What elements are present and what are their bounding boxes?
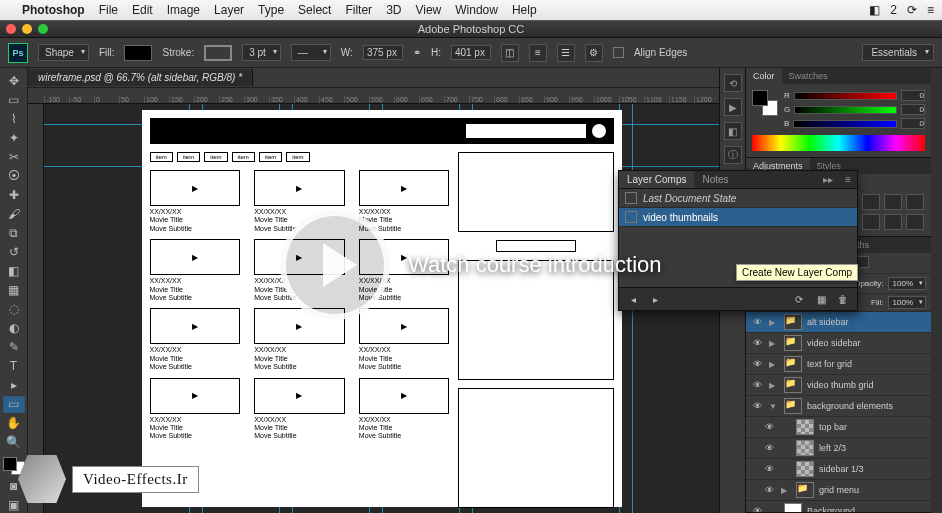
layer-name[interactable]: left 2/3 — [819, 443, 927, 453]
visibility-icon[interactable]: 👁 — [750, 401, 764, 411]
properties-panel-icon[interactable]: ◧ — [724, 122, 742, 140]
dodge-tool-icon[interactable]: ◐ — [3, 319, 25, 336]
visibility-icon[interactable]: 👁 — [762, 464, 776, 474]
new-comp-icon[interactable]: ▦ — [813, 291, 829, 307]
layer-row[interactable]: 👁▶📁text for grid — [746, 354, 931, 375]
sync-icon[interactable]: ⟳ — [907, 3, 917, 17]
zoom-tool-icon[interactable]: 🔍 — [3, 434, 25, 451]
spectrum-ramp[interactable] — [752, 135, 925, 151]
prev-comp-icon[interactable]: ◂ — [625, 291, 641, 307]
layer-row[interactable]: 👁▶📁grid menu — [746, 480, 931, 501]
vertical-ruler[interactable] — [28, 104, 44, 513]
layer-row[interactable]: 👁▶📁video thumb grid — [746, 375, 931, 396]
disclosure-icon[interactable]: ▼ — [769, 402, 779, 411]
last-doc-state-row[interactable]: Last Document State — [619, 189, 857, 208]
menu-edit[interactable]: Edit — [132, 3, 153, 17]
disclosure-icon[interactable]: ▶ — [769, 381, 779, 390]
history-brush-icon[interactable]: ↺ — [3, 243, 25, 260]
brush-tool-icon[interactable]: 🖌 — [3, 205, 25, 222]
layer-name[interactable]: video sidebar — [807, 338, 927, 348]
menu-window[interactable]: Window — [455, 3, 498, 17]
layer-name[interactable]: top bar — [819, 422, 927, 432]
notification-badge[interactable]: 2 — [890, 3, 897, 17]
layer-name[interactable]: Background — [807, 506, 927, 512]
horizontal-ruler[interactable]: -100-50050100150200250300350400450500550… — [28, 88, 719, 104]
r-slider[interactable] — [794, 92, 897, 100]
delete-comp-icon[interactable]: 🗑 — [835, 291, 851, 307]
hue-adj-icon[interactable] — [862, 194, 880, 210]
panel-menu-icon[interactable]: ≡ — [839, 171, 857, 188]
visibility-icon[interactable]: 👁 — [762, 443, 776, 453]
hand-tool-icon[interactable]: ✋ — [3, 415, 25, 432]
traffic-lights[interactable] — [6, 24, 48, 34]
visibility-icon[interactable]: 👁 — [750, 380, 764, 390]
panel-collapse-icon[interactable]: ▸▸ — [817, 171, 839, 188]
disclosure-icon[interactable]: ▶ — [769, 318, 779, 327]
visibility-icon[interactable]: 👁 — [750, 338, 764, 348]
align-icon[interactable]: ≡ — [529, 44, 547, 62]
visibility-icon[interactable]: 👁 — [750, 506, 764, 512]
doc-tab[interactable]: wireframe.psd @ 66.7% (alt sidebar, RGB/… — [28, 69, 253, 86]
layer-row[interactable]: 👁top bar — [746, 417, 931, 438]
tab-layer-comps[interactable]: Layer Comps — [619, 171, 694, 188]
menu-layer[interactable]: Layer — [214, 3, 244, 17]
layer-comps-panel[interactable]: Layer CompsNotes▸▸≡ Last Document State … — [618, 170, 858, 311]
path-select-icon[interactable]: ▸ — [3, 377, 25, 394]
menu-type[interactable]: Type — [258, 3, 284, 17]
layer-row[interactable]: 👁▶📁alt sidebar — [746, 312, 931, 333]
align-edges-checkbox[interactable] — [613, 47, 624, 58]
g-slider[interactable] — [794, 106, 897, 114]
tab-color[interactable]: Color — [746, 68, 782, 84]
photo-filter-adj-icon[interactable] — [906, 194, 924, 210]
menu-help[interactable]: Help — [512, 3, 537, 17]
path-ops-icon[interactable]: ◫ — [501, 44, 519, 62]
adj-icon[interactable] — [906, 214, 924, 230]
heal-tool-icon[interactable]: ✚ — [3, 186, 25, 203]
marquee-tool-icon[interactable]: ▭ — [3, 91, 25, 108]
visibility-icon[interactable]: 👁 — [762, 422, 776, 432]
actions-panel-icon[interactable]: ▶ — [724, 98, 742, 116]
stroke-swatch[interactable] — [204, 45, 232, 61]
gradient-tool-icon[interactable]: ▦ — [3, 281, 25, 298]
history-panel-icon[interactable]: ⟲ — [724, 74, 742, 92]
next-comp-icon[interactable]: ▸ — [647, 291, 663, 307]
tab-notes[interactable]: Notes — [694, 171, 736, 188]
crop-tool-icon[interactable]: ✂ — [3, 148, 25, 165]
cc-status-icon[interactable]: ◧ — [869, 3, 880, 17]
disclosure-icon[interactable]: ▶ — [769, 360, 779, 369]
tab-swatches[interactable]: Swatches — [782, 68, 835, 84]
layer-row[interactable]: 👁sidebar 1/3 — [746, 459, 931, 480]
list-icon[interactable]: ≡ — [927, 3, 934, 17]
layer-name[interactable]: alt sidebar — [807, 317, 927, 327]
visibility-icon[interactable]: 👁 — [750, 359, 764, 369]
lasso-tool-icon[interactable]: ⌇ — [3, 110, 25, 127]
menu-select[interactable]: Select — [298, 3, 331, 17]
menu-file[interactable]: File — [99, 3, 118, 17]
gear-icon[interactable]: ⚙ — [585, 44, 603, 62]
opacity-field[interactable]: 100% — [888, 277, 926, 290]
eraser-tool-icon[interactable]: ◧ — [3, 262, 25, 279]
visibility-icon[interactable]: 👁 — [750, 317, 764, 327]
menu-view[interactable]: View — [415, 3, 441, 17]
disclosure-icon[interactable]: ▶ — [769, 339, 779, 348]
height-input[interactable] — [451, 45, 491, 60]
g-value[interactable] — [901, 104, 925, 115]
move-tool-icon[interactable]: ✥ — [3, 72, 25, 89]
menu-image[interactable]: Image — [167, 3, 200, 17]
layer-name[interactable]: video thumb grid — [807, 380, 927, 390]
disclosure-icon[interactable]: ▶ — [781, 486, 791, 495]
layer-name[interactable]: background elements — [807, 401, 927, 411]
color-fgbg[interactable] — [752, 90, 778, 116]
layer-row[interactable]: 👁▶📁video sidebar — [746, 333, 931, 354]
layer-row[interactable]: 👁Background — [746, 501, 931, 512]
ps-home-icon[interactable]: Ps — [8, 43, 28, 63]
layer-row[interactable]: 👁▼📁background elements — [746, 396, 931, 417]
visibility-icon[interactable]: 👁 — [762, 485, 776, 495]
type-tool-icon[interactable]: T — [3, 357, 25, 374]
wireframe-artboard[interactable]: itemitemitemitemitemitem XX/XX/XXMovie T… — [142, 110, 622, 507]
menu-filter[interactable]: Filter — [345, 3, 372, 17]
b-slider[interactable] — [793, 120, 897, 128]
tool-mode-dropdown[interactable]: Shape — [38, 44, 89, 61]
stroke-weight-dropdown[interactable]: 3 pt — [242, 44, 281, 61]
update-comp-icon[interactable]: ⟳ — [791, 291, 807, 307]
